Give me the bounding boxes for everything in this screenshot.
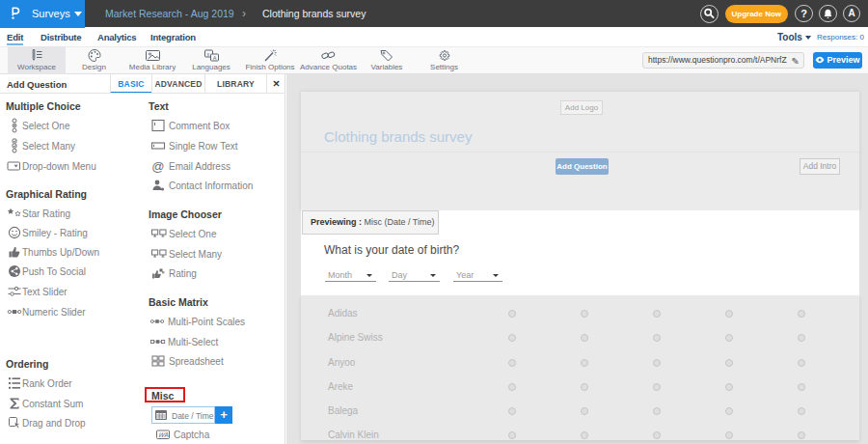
svg-text:A: A [212, 55, 216, 61]
svg-text:x: x [206, 51, 209, 57]
svg-text:𝑊A: 𝑊A [159, 430, 169, 437]
svg-text:@: @ [151, 158, 164, 173]
